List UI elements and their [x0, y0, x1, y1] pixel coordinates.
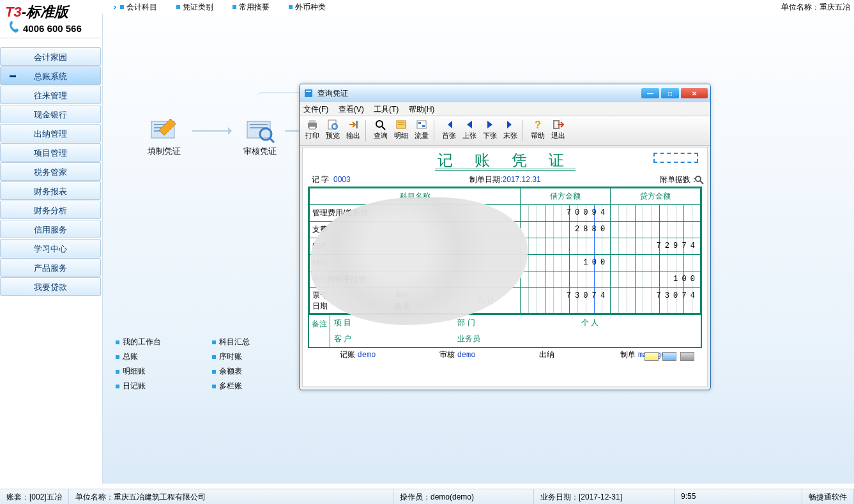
flow-arrow-1 [192, 130, 231, 132]
svg-rect-12 [309, 120, 316, 123]
sidebar-item-loan[interactable]: 我要贷款 [0, 277, 101, 296]
sidebar-item-cash-bank[interactable]: 现金银行 [0, 105, 101, 123]
tool-next[interactable]: 下张 [480, 118, 500, 144]
export-icon [347, 119, 360, 130]
menu-file[interactable]: 文件(F) [303, 105, 328, 114]
next-icon [484, 119, 496, 130]
window-title-bar[interactable]: 查询凭证 — □ ✕ [300, 84, 710, 102]
sidebar: 会计家园 总账系统 往来管理 现金银行 出纳管理 项目管理 税务管家 财务报表 … [0, 47, 101, 296]
last-icon [504, 119, 517, 130]
tool-print[interactable]: 打印 [302, 118, 323, 144]
doc-title: 记 账 凭 证 [303, 150, 707, 171]
svg-rect-10 [306, 91, 311, 92]
grid-header: 科目名称 借方金额 贷方金额 [310, 188, 701, 205]
shortcut-multi[interactable]: 多栏账 [212, 381, 250, 392]
prev-icon [463, 119, 476, 130]
tool-first[interactable]: 首张 [439, 118, 459, 144]
svg-line-8 [270, 139, 274, 142]
tool-exit[interactable]: 退出 [548, 118, 568, 144]
svg-rect-4 [247, 121, 270, 138]
sidebar-item-reports[interactable]: 财务报表 [0, 181, 101, 200]
minimize-button[interactable]: — [641, 88, 659, 98]
menu-view[interactable]: 查看(V) [339, 105, 364, 114]
status-bizdate: 业务日期：[2017-12-31] [534, 489, 675, 504]
svg-text:?: ? [535, 119, 541, 130]
voucher-document: 记 账 凭 证 记 字 0003 制单日期:2017.12.31 附单据数： 科… [302, 147, 708, 387]
tool-prev[interactable]: 上张 [459, 118, 480, 144]
detail-icon [395, 119, 408, 130]
app-icon [303, 88, 314, 98]
shortcut-links: 我的工作台 总账 明细账 日记账 科目汇总 序时账 余额表 多栏账 [116, 337, 250, 395]
svg-rect-5 [250, 124, 268, 125]
maximize-button[interactable]: □ [661, 88, 679, 98]
tool-last[interactable]: 末张 [500, 118, 521, 144]
status-unit: 单位名称：重庆五冶建筑工程有限公司 [69, 489, 393, 504]
svg-line-28 [700, 181, 703, 184]
sidebar-item-credit[interactable]: 信用服务 [0, 220, 101, 238]
status-time: 9:55 [675, 489, 802, 504]
shortcut-journal[interactable]: 日记账 [116, 381, 161, 392]
search-icon [374, 119, 387, 130]
top-link-account-subject[interactable]: 会计科目 [120, 2, 157, 13]
unit-name-label: 单位名称：重庆五冶 [781, 2, 854, 13]
flow-audit-voucher[interactable]: 审核凭证 [243, 116, 277, 157]
voucher-audit-icon [245, 116, 275, 143]
shortcut-ledger[interactable]: 总账 [116, 351, 161, 362]
print-icon [306, 119, 319, 130]
svg-point-27 [696, 176, 701, 181]
voucher-write-icon [149, 116, 179, 143]
status-vendor: 畅捷通软件 [802, 489, 854, 504]
svg-rect-22 [417, 121, 426, 128]
top-link-common-summary[interactable]: 常用摘要 [233, 2, 270, 13]
sidebar-item-analysis[interactable]: 财务分析 [0, 201, 101, 219]
phone-icon [9, 20, 19, 33]
shortcut-balance[interactable]: 余额表 [212, 366, 250, 377]
svg-rect-13 [309, 126, 316, 129]
flow-icon [415, 119, 428, 130]
status-operator: 操作员：demo(demo) [393, 489, 534, 504]
sidebar-item-product[interactable]: 产品服务 [0, 258, 101, 277]
status-bar: 账套：[002]五冶 单位名称：重庆五冶建筑工程有限公司 操作员：demo(de… [0, 489, 854, 504]
sidebar-item-home[interactable]: 会计家园 [0, 47, 101, 66]
shortcut-detail[interactable]: 明细账 [116, 366, 161, 377]
brand-block: T3-标准版 4006 600 566 [0, 0, 101, 38]
shortcut-workbench[interactable]: 我的工作台 [116, 337, 161, 347]
top-link-voucher-type[interactable]: 凭证类别 [176, 2, 213, 13]
svg-rect-9 [305, 89, 312, 97]
tool-flow[interactable]: 流量 [411, 118, 432, 144]
svg-point-17 [376, 121, 383, 127]
help-icon: ? [531, 119, 544, 130]
toolbar: 打印 预览 输出 查询 明细 流量 首张 上张 下张 末张 ?帮助 退出 [300, 116, 710, 146]
corner-dashes [653, 153, 698, 163]
shortcut-chrono[interactable]: 序时账 [212, 351, 250, 362]
mini-cards[interactable] [644, 352, 694, 361]
close-button[interactable]: ✕ [681, 88, 708, 98]
tool-query[interactable]: 查询 [370, 118, 391, 144]
menu-tool[interactable]: 工具(T) [374, 105, 399, 114]
voucher-window: 查询凭证 — □ ✕ 文件(F) 查看(V) 工具(T) 帮助(H) 打印 预览… [299, 84, 711, 390]
phone-number: 4006 600 566 [0, 22, 101, 34]
status-book: 账套：[002]五冶 [0, 489, 69, 504]
sidebar-item-learn[interactable]: 学习中心 [0, 239, 101, 257]
tool-export[interactable]: 输出 [343, 118, 363, 144]
tool-preview[interactable]: 预览 [323, 118, 343, 144]
sidebar-item-general-ledger[interactable]: 总账系统 [0, 66, 101, 85]
top-link-foreign-currency[interactable]: 外币种类 [289, 2, 326, 13]
voucher-meta: 记 字 0003 制单日期:2017.12.31 附单据数： [303, 171, 707, 187]
flow-create-voucher[interactable]: 填制凭证 [148, 116, 181, 157]
doc-search-icon[interactable] [694, 175, 705, 185]
shortcut-subject-summary[interactable]: 科目汇总 [212, 337, 250, 347]
first-icon [443, 119, 455, 130]
sidebar-item-cashier[interactable]: 出纳管理 [0, 124, 101, 142]
tool-detail[interactable]: 明细 [391, 118, 411, 144]
sidebar-item-ar-ap[interactable]: 往来管理 [0, 86, 101, 104]
preview-icon [326, 119, 339, 130]
menu-bar: 文件(F) 查看(V) 工具(T) 帮助(H) [300, 102, 710, 116]
svg-rect-23 [418, 122, 421, 124]
svg-rect-24 [422, 125, 425, 127]
window-title: 查询凭证 [317, 88, 348, 99]
tool-help[interactable]: ?帮助 [528, 118, 548, 144]
sidebar-item-tax[interactable]: 税务管家 [0, 162, 101, 181]
menu-help[interactable]: 帮助(H) [409, 105, 435, 114]
sidebar-item-project[interactable]: 项目管理 [0, 143, 101, 162]
